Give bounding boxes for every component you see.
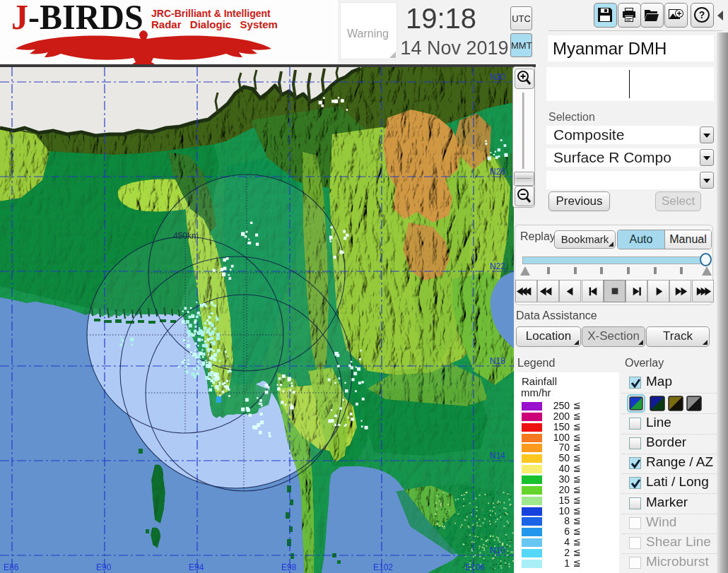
svg-text:N18: N18 bbox=[490, 356, 505, 366]
svg-text:N14: N14 bbox=[490, 451, 505, 461]
svg-text:450km: 450km bbox=[173, 231, 199, 241]
svg-text:N22: N22 bbox=[490, 261, 505, 271]
svg-text:?: ? bbox=[699, 9, 705, 20]
svg-text:E86: E86 bbox=[4, 562, 19, 572]
svg-text:E102: E102 bbox=[373, 562, 393, 572]
svg-text:E98: E98 bbox=[281, 562, 297, 572]
svg-text:N30: N30 bbox=[490, 72, 505, 82]
svg-text:N10: N10 bbox=[490, 545, 505, 555]
svg-text:E106: E106 bbox=[465, 562, 485, 572]
svg-text:E94: E94 bbox=[189, 562, 204, 572]
svg-text:N26: N26 bbox=[490, 167, 505, 177]
svg-text:E90: E90 bbox=[96, 562, 112, 572]
